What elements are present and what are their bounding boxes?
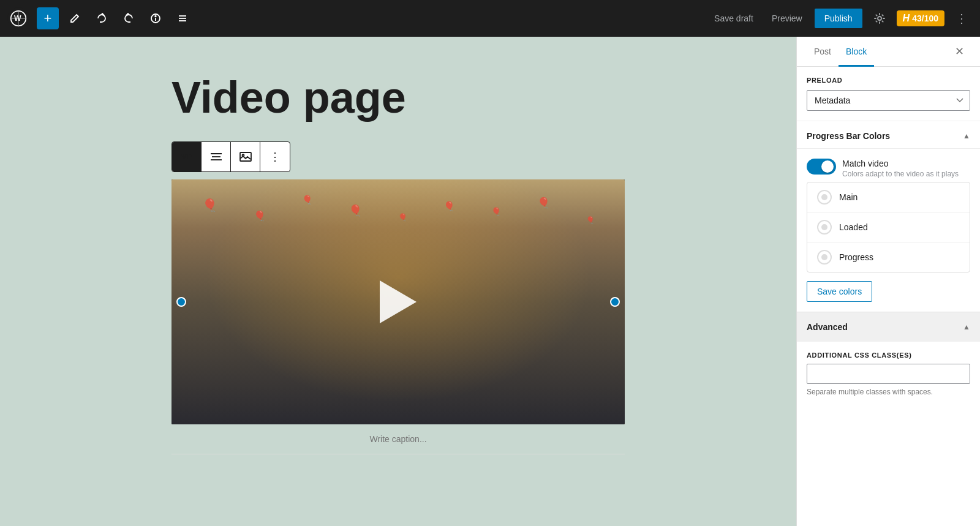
toggle-text: Match video Colors adapt to the video as… — [842, 159, 959, 178]
preload-label: PRELOAD — [807, 77, 970, 84]
main-color-circle — [817, 190, 832, 205]
page-title[interactable]: Video page — [172, 73, 625, 122]
wordpress-logo[interactable]: W — [7, 7, 29, 29]
loaded-color-circle — [817, 220, 832, 235]
undo-button[interactable] — [91, 7, 113, 29]
toggle-slider — [807, 159, 836, 175]
preview-button[interactable]: Preview — [766, 10, 809, 27]
balloon-1: 🎈 — [202, 198, 217, 212]
progress-bar-colors-header[interactable]: Progress Bar Colors ▲ — [797, 121, 980, 149]
caption-area[interactable]: Write caption... — [172, 424, 625, 454]
color-option-loaded[interactable]: Loaded — [807, 212, 970, 242]
css-class-input[interactable] — [807, 364, 970, 384]
advanced-content: ADDITIONAL CSS CLASS(ES) Separate multip… — [797, 342, 980, 406]
editor-area: Video page VP — [0, 37, 796, 526]
css-class-label: ADDITIONAL CSS CLASS(ES) — [807, 351, 970, 359]
play-button[interactable] — [380, 280, 417, 323]
color-options-list: Main Loaded Progress — [807, 182, 970, 272]
svg-text:W: W — [14, 14, 21, 23]
color-option-progress[interactable]: Progress — [807, 242, 970, 272]
vp-icon: VP — [181, 152, 192, 162]
vp-block-button[interactable]: VP — [172, 142, 202, 171]
more-block-options-button[interactable]: ⋮ — [260, 142, 290, 171]
match-video-toggle[interactable] — [807, 159, 836, 175]
editor-content: Video page VP — [172, 73, 625, 454]
balloon-2: 🎈 — [254, 210, 266, 222]
block-tab[interactable]: Block — [839, 37, 874, 67]
save-draft-button[interactable]: Save draft — [708, 10, 760, 27]
redo-button[interactable] — [118, 7, 140, 29]
main-color-inner — [821, 194, 827, 200]
balloon-7: 🎈 — [491, 207, 501, 216]
list-view-button[interactable] — [172, 7, 194, 29]
align-button[interactable] — [202, 142, 231, 171]
image-button[interactable] — [231, 142, 260, 171]
match-video-label: Match video — [842, 159, 959, 168]
main-color-label: Main — [839, 192, 858, 202]
post-tab[interactable]: Post — [807, 37, 839, 67]
progress-bar-colors-section: Progress Bar Colors ▲ Match video Colors… — [797, 121, 980, 312]
color-option-main[interactable]: Main — [807, 182, 970, 212]
balloon-6: 🎈 — [443, 201, 455, 212]
loaded-color-inner — [821, 224, 827, 230]
progress-color-circle — [817, 250, 832, 265]
advanced-section: Advanced ▲ ADDITIONAL CSS CLASS(ES) Sepa… — [797, 312, 980, 406]
balloon-4: 🎈 — [349, 204, 362, 217]
progress-color-label: Progress — [839, 252, 873, 262]
advanced-header[interactable]: Advanced ▲ — [797, 312, 980, 342]
balloon-5: 🎈 — [398, 213, 407, 222]
resize-handle-left[interactable] — [176, 297, 186, 307]
hachure-score-badge: H 43/100 — [897, 10, 944, 26]
advanced-chevron: ▲ — [963, 323, 970, 331]
video-thumbnail: 🎈 🎈 🎈 🎈 🎈 🎈 🎈 🎈 🎈 — [172, 179, 625, 424]
settings-button[interactable] — [869, 7, 891, 29]
add-block-button[interactable]: + — [37, 7, 59, 29]
preload-select[interactable]: None Metadata Auto — [807, 90, 970, 111]
block-toolbar: VP ⋮ — [172, 141, 290, 172]
progress-bar-colors-content: Match video Colors adapt to the video as… — [797, 149, 980, 312]
main-layout: Video page VP — [0, 37, 980, 526]
more-options-button[interactable]: ⋮ — [951, 7, 973, 29]
save-colors-button[interactable]: Save colors — [807, 281, 872, 302]
match-video-desc: Colors adapt to the video as it plays — [842, 170, 959, 178]
publish-button[interactable]: Publish — [815, 9, 862, 28]
svg-point-4 — [155, 16, 156, 17]
progress-color-inner — [821, 254, 827, 260]
css-hint: Separate multiple classes with spaces. — [807, 388, 970, 396]
progress-bar-colors-title: Progress Bar Colors — [807, 131, 890, 141]
progress-bar-colors-chevron: ▲ — [963, 132, 970, 140]
sidebar: Post Block ✕ PRELOAD None Metadata Auto … — [796, 37, 980, 526]
balloon-9: 🎈 — [586, 216, 595, 224]
caption-placeholder: Write caption... — [369, 434, 426, 444]
advanced-title: Advanced — [807, 322, 848, 332]
loaded-color-label: Loaded — [839, 222, 868, 232]
sidebar-close-button[interactable]: ✕ — [948, 40, 970, 62]
edit-mode-button[interactable] — [64, 7, 86, 29]
balloon-3: 🎈 — [302, 195, 312, 205]
match-video-toggle-row: Match video Colors adapt to the video as… — [807, 159, 970, 178]
sidebar-tabs: Post Block ✕ — [797, 37, 980, 67]
resize-handle-right[interactable] — [610, 297, 620, 307]
balloon-8: 🎈 — [537, 197, 550, 209]
info-button[interactable] — [145, 7, 167, 29]
main-toolbar: W + Save draft Preview Publis — [0, 0, 980, 37]
preload-section: PRELOAD None Metadata Auto — [797, 67, 980, 121]
svg-point-8 — [878, 17, 881, 20]
video-container: 🎈 🎈 🎈 🎈 🎈 🎈 🎈 🎈 🎈 — [172, 179, 625, 424]
